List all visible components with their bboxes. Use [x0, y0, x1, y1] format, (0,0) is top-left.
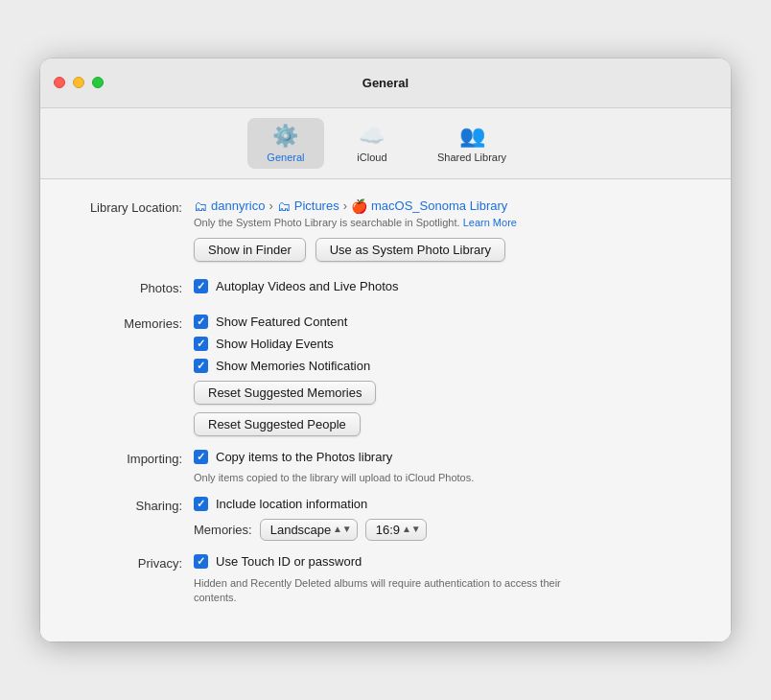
window-title: General [362, 76, 409, 90]
learn-more-link[interactable]: Learn More [463, 217, 517, 228]
notification-checkbox[interactable] [194, 359, 208, 373]
tab-general[interactable]: ⚙️ General [247, 118, 324, 169]
ratio-select-wrapper: 16:9 4:3 1:1 ▲▼ [365, 519, 427, 541]
memories-content: Show Featured Content Show Holiday Event… [194, 315, 702, 436]
copy-checkbox[interactable] [194, 450, 208, 464]
ratio-select[interactable]: 16:9 4:3 1:1 [365, 519, 427, 541]
photos-row: Photos: Autoplay Videos and Live Photos [69, 279, 702, 301]
library-location-row: Library Location: 🗂 dannyrico › 🗂 Pictur… [69, 198, 702, 266]
library-path: 🗂 dannyrico › 🗂 Pictures › 🍎 macOS_Sonom… [194, 198, 702, 214]
autoplay-label: Autoplay Videos and Live Photos [216, 279, 399, 293]
landscape-select-wrapper: Landscape Portrait Square ▲▼ [260, 519, 358, 541]
featured-checkbox[interactable] [194, 315, 208, 329]
touchid-description: Hidden and Recently Deleted albums will … [194, 576, 596, 606]
privacy-content: Use Touch ID or password Hidden and Rece… [194, 554, 702, 606]
photos-label: Photos: [69, 279, 194, 295]
tab-icloud-label: iCloud [357, 152, 386, 163]
cloud-icon: ☁️ [359, 124, 385, 149]
touchid-label: Use Touch ID or password [216, 554, 362, 569]
featured-label: Show Featured Content [216, 315, 347, 329]
copy-label: Copy items to the Photos library [216, 450, 392, 464]
folder-icon: 🗂 [194, 198, 207, 214]
memories-dropdown-label: Memories: [194, 523, 252, 537]
importing-content: Copy items to the Photos library Only it… [194, 450, 702, 483]
sharing-label: Sharing: [69, 497, 194, 513]
location-checkbox[interactable] [194, 497, 208, 511]
path-library: macOS_Sonoma Library [371, 198, 507, 213]
tab-shared-library[interactable]: 👥 Shared Library [420, 118, 524, 169]
library-buttons: Show in Finder Use as System Photo Libra… [194, 238, 702, 262]
close-button[interactable] [54, 77, 65, 88]
reset-people-button[interactable]: Reset Suggested People [194, 412, 361, 436]
privacy-label: Privacy: [69, 554, 194, 571]
people-icon: 👥 [459, 124, 485, 149]
use-as-system-library-button[interactable]: Use as System Photo Library [315, 238, 505, 262]
holiday-label: Show Holiday Events [216, 337, 334, 351]
traffic-lights [54, 77, 104, 88]
titlebar: General [40, 58, 731, 108]
holiday-checkbox[interactable] [194, 337, 208, 351]
library-location-label: Library Location: [69, 198, 194, 215]
photos-content: Autoplay Videos and Live Photos [194, 279, 702, 301]
touchid-checkbox[interactable] [194, 554, 208, 569]
library-hint: Only the System Photo Library is searcha… [194, 217, 702, 228]
memories-buttons: Reset Suggested Memories Reset Suggested… [194, 381, 702, 436]
sharing-content: Include location information Memories: L… [194, 497, 702, 541]
importing-row: Importing: Copy items to the Photos libr… [69, 450, 702, 483]
copy-checkbox-row: Copy items to the Photos library [194, 450, 702, 464]
privacy-row: Privacy: Use Touch ID or password Hidden… [69, 554, 702, 606]
tab-shared-library-label: Shared Library [437, 152, 506, 163]
tab-general-label: General [267, 152, 304, 163]
toolbar: ⚙️ General ☁️ iCloud 👥 Shared Library [40, 108, 731, 179]
library-icon: 🍎 [351, 198, 367, 214]
fullscreen-button[interactable] [92, 77, 104, 88]
copy-hint: Only items copied to the library will up… [194, 472, 702, 483]
importing-label: Importing: [69, 450, 194, 466]
path-user: dannyrico [211, 198, 265, 213]
memories-row: Memories: Show Featured Content Show Hol… [69, 315, 702, 436]
sharing-row: Sharing: Include location information Me… [69, 497, 702, 541]
memories-label: Memories: [69, 315, 194, 331]
reset-memories-button[interactable]: Reset Suggested Memories [194, 381, 376, 405]
autoplay-checkbox[interactable] [194, 279, 208, 293]
featured-checkbox-row: Show Featured Content [194, 315, 702, 329]
landscape-select[interactable]: Landscape Portrait Square [260, 519, 358, 541]
autoplay-checkbox-row: Autoplay Videos and Live Photos [194, 279, 702, 293]
sharing-dropdown-row: Memories: Landscape Portrait Square ▲▼ 1… [194, 519, 702, 541]
pictures-folder-icon: 🗂 [277, 198, 291, 214]
show-in-finder-button[interactable]: Show in Finder [194, 238, 306, 262]
notification-label: Show Memories Notification [216, 359, 370, 373]
library-location-content: 🗂 dannyrico › 🗂 Pictures › 🍎 macOS_Sonom… [194, 198, 702, 266]
gear-icon: ⚙️ [272, 124, 298, 149]
location-label: Include location information [216, 497, 367, 511]
notification-checkbox-row: Show Memories Notification [194, 359, 702, 373]
holiday-checkbox-row: Show Holiday Events [194, 337, 702, 351]
touchid-checkbox-row: Use Touch ID or password [194, 554, 702, 569]
minimize-button[interactable] [73, 77, 84, 88]
location-checkbox-row: Include location information [194, 497, 702, 511]
tab-icloud[interactable]: ☁️ iCloud [334, 118, 410, 169]
path-pictures: Pictures [294, 198, 339, 213]
content-area: Library Location: 🗂 dannyrico › 🗂 Pictur… [40, 179, 731, 642]
main-window: General ⚙️ General ☁️ iCloud 👥 Shared Li… [40, 58, 731, 642]
